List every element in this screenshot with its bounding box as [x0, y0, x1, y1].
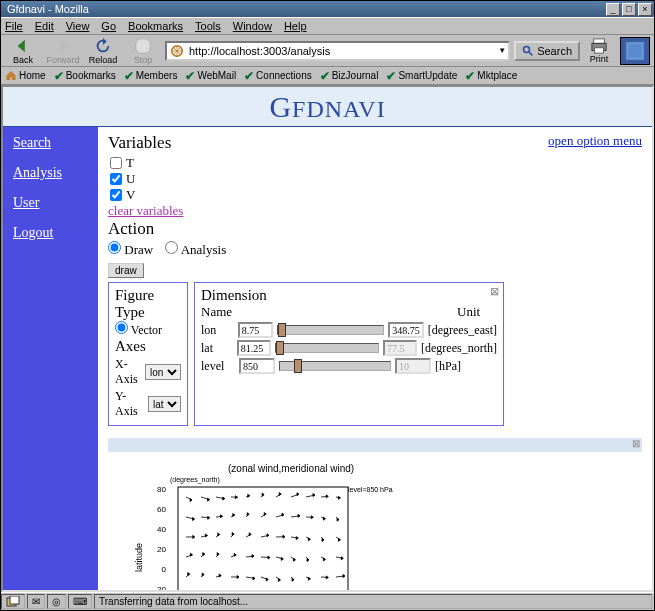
var-u-checkbox[interactable]	[110, 173, 122, 185]
menu-bookmarks[interactable]: Bookmarks	[128, 20, 183, 32]
svg-marker-109	[341, 557, 343, 560]
close-button[interactable]: ×	[638, 3, 652, 16]
dim-name-header: Name	[201, 304, 259, 320]
var-t-checkbox[interactable]	[110, 157, 122, 169]
statusbar: ✉ ◎ ⌨ Transferring data from localhost..…	[1, 592, 654, 610]
svg-marker-61	[311, 516, 313, 519]
dim-level-slider[interactable]	[279, 361, 391, 371]
xaxis-select[interactable]: lon	[145, 364, 181, 380]
svg-marker-93	[217, 553, 219, 556]
dim-lon-slider[interactable]	[277, 325, 385, 335]
svg-marker-31	[248, 494, 250, 497]
dim-level-from[interactable]: 850	[239, 358, 275, 374]
dimension-panel: ⊠ Dimension Name Unit lon 8.75 348.75 [d…	[194, 282, 504, 426]
menu-edit[interactable]: Edit	[35, 20, 54, 32]
svg-rect-3	[594, 38, 605, 42]
dim-lat-to[interactable]: 77.5	[383, 340, 417, 356]
clear-variables-link[interactable]: clear variables	[108, 203, 183, 218]
svg-text:20: 20	[157, 545, 166, 554]
action-heading: Action	[108, 219, 642, 239]
swoosh-icon: ✔	[320, 69, 330, 83]
menu-go[interactable]: Go	[101, 20, 116, 32]
forward-icon	[54, 37, 72, 55]
figuretype-vector-radio[interactable]	[115, 321, 128, 334]
svg-marker-105	[307, 558, 309, 561]
dropdown-icon[interactable]: ▼	[498, 46, 506, 55]
menu-file[interactable]: File	[5, 20, 23, 32]
sidebar-user[interactable]: User	[13, 195, 88, 211]
svg-marker-65	[337, 518, 339, 521]
action-analysis-radio[interactable]	[165, 241, 178, 254]
open-option-menu-link[interactable]: open option menu	[548, 133, 642, 149]
tb-mktplace[interactable]: ✔Mktplace	[465, 69, 517, 83]
dim-level-unit: [hPa]	[435, 359, 461, 374]
swoosh-icon: ✔	[185, 69, 195, 83]
sidebar-logout[interactable]: Logout	[13, 225, 88, 241]
svg-marker-45	[193, 518, 195, 521]
tb-connections[interactable]: ✔Connections	[244, 69, 312, 83]
collapse-bar[interactable]: ⊠	[108, 438, 642, 452]
axes-title: Axes	[115, 338, 181, 355]
dim-lon-from[interactable]: 8.75	[238, 322, 273, 338]
page-body: open option menu Variables T U V clear v…	[98, 127, 652, 590]
svg-marker-81	[296, 537, 298, 540]
stop-button[interactable]: Stop	[125, 37, 161, 65]
svg-marker-37	[297, 493, 299, 496]
sidebar-search[interactable]: Search	[13, 135, 88, 151]
svg-marker-67	[193, 535, 195, 538]
search-button[interactable]: Search	[514, 41, 580, 61]
svg-marker-23	[190, 499, 192, 502]
draw-button[interactable]: draw	[108, 263, 144, 278]
dim-level-to[interactable]: 10	[395, 358, 431, 374]
tb-smartupdate[interactable]: ✔SmartUpdate	[386, 69, 457, 83]
menubar: File Edit View Go Bookmarks Tools Window…	[1, 17, 654, 35]
plot-title: (zonal wind,meridional wind)	[228, 463, 354, 474]
back-button[interactable]: Back	[5, 37, 41, 65]
yaxis-select[interactable]: lat	[148, 396, 181, 412]
action-draw-radio[interactable]	[108, 241, 121, 254]
svg-marker-131	[343, 574, 345, 577]
stop-icon	[134, 37, 152, 55]
svg-marker-91	[203, 553, 205, 556]
print-button[interactable]: Print	[584, 38, 614, 64]
dim-lon-to[interactable]: 348.75	[388, 322, 424, 338]
plot-yunit: (degrees_north)	[170, 476, 220, 484]
url-bar[interactable]: http://localhost:3003/analysis ▼	[165, 41, 510, 61]
svg-marker-63	[323, 517, 325, 520]
close-icon[interactable]: ⊠	[490, 285, 499, 298]
menu-help[interactable]: Help	[284, 20, 307, 32]
tb-members[interactable]: ✔Members	[124, 69, 178, 83]
svg-marker-99	[268, 556, 270, 559]
svg-marker-77	[267, 534, 269, 537]
maximize-button[interactable]: □	[622, 3, 636, 16]
tb-webmail[interactable]: ✔WebMail	[185, 69, 236, 83]
dim-lat-from[interactable]: 81.25	[237, 340, 271, 356]
mozilla-window: Gfdnavi - Mozilla _ □ × File Edit View G…	[0, 0, 655, 611]
forward-button[interactable]: Forward	[45, 37, 81, 65]
svg-rect-6	[626, 41, 644, 59]
svg-marker-51	[233, 514, 235, 517]
var-v-checkbox[interactable]	[110, 189, 122, 201]
plot-annotation: level=850 hPa	[348, 486, 393, 493]
menu-window[interactable]: Window	[233, 20, 272, 32]
svg-marker-73	[232, 533, 234, 536]
tb-home[interactable]: Home	[5, 70, 46, 81]
search-icon	[522, 45, 534, 57]
tb-bizjournal[interactable]: ✔BizJournal	[320, 69, 379, 83]
close-icon[interactable]: ⊠	[632, 438, 640, 449]
dim-lat-slider[interactable]	[275, 343, 379, 353]
status-cookie-icon: ◎	[47, 594, 66, 609]
tb-bookmarks[interactable]: ✔Bookmarks	[54, 69, 116, 83]
app-banner: GFDNAVI	[3, 87, 652, 127]
svg-marker-49	[220, 515, 222, 518]
svg-marker-85	[322, 538, 324, 541]
reload-button[interactable]: Reload	[85, 37, 121, 65]
sidebar-analysis[interactable]: Analysis	[13, 165, 88, 181]
svg-marker-87	[338, 538, 340, 541]
menu-tools[interactable]: Tools	[195, 20, 221, 32]
minimize-button[interactable]: _	[606, 3, 620, 16]
url-text: http://localhost:3003/analysis	[189, 45, 498, 57]
menu-view[interactable]: View	[66, 20, 90, 32]
svg-marker-113	[202, 573, 204, 576]
var-v-label: V	[126, 187, 135, 203]
